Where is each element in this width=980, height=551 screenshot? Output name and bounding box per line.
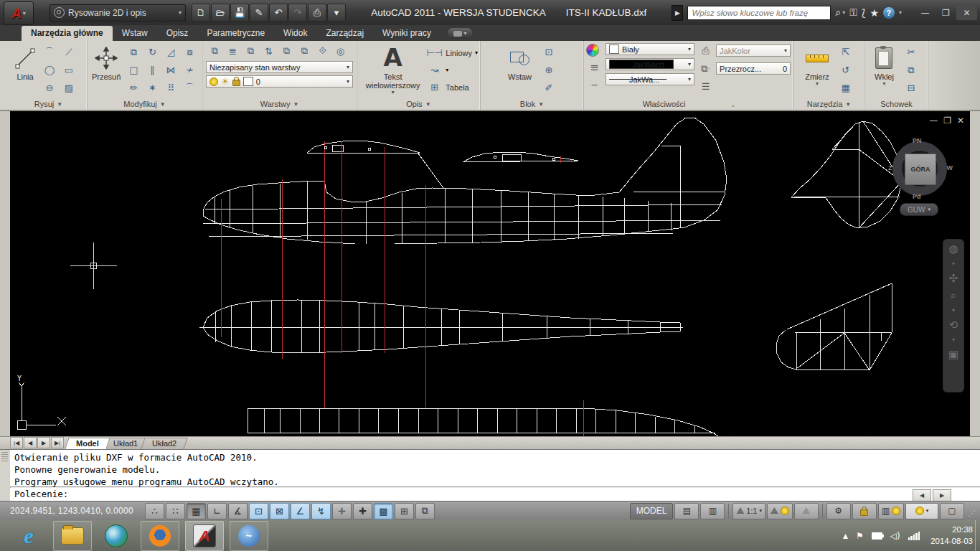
tab-narzedzia-glowne[interactable]: Narzędzia główne	[22, 26, 113, 41]
speaker-icon[interactable]: ◁)	[890, 531, 900, 541]
copy-clip-icon[interactable]: ⧉	[903, 62, 919, 77]
last-layout-button[interactable]: ▶|	[51, 437, 64, 448]
layer-dropdown[interactable]: ☀ 0▾	[206, 75, 353, 88]
linetype-dropdown[interactable]: JakWa...▾	[606, 73, 694, 85]
annotation-visibility-button[interactable]: ⟁	[767, 503, 793, 519]
redo-button[interactable]: ↷	[288, 4, 307, 22]
isolate-objects-button[interactable]: ▾	[905, 503, 938, 519]
star-icon[interactable]: ★	[870, 7, 879, 19]
pan-icon[interactable]: ✣	[949, 273, 958, 284]
quick-properties-toggle[interactable]: ⊞	[395, 503, 414, 519]
insert-block-button[interactable]: Wstaw	[506, 43, 534, 82]
new-file-button[interactable]: 🗋	[192, 4, 210, 22]
polyline-tool-icon[interactable]: ⟋	[61, 44, 77, 60]
orbit-dropdown-icon[interactable]: ▾	[952, 337, 955, 343]
layer-state-icon[interactable]: ≣	[225, 44, 241, 59]
line-button[interactable]: Linia	[12, 43, 38, 82]
show-desktop-button[interactable]	[975, 520, 980, 551]
panel-label-blok[interactable]: Blok▼	[481, 98, 583, 110]
chevron-down-icon[interactable]: ▾	[899, 9, 902, 16]
viewcube-east[interactable]: Z	[888, 164, 892, 171]
fillet-tool-icon[interactable]: ⌒	[182, 80, 198, 95]
tab-wstaw[interactable]: Wstaw	[113, 26, 157, 41]
panel-label-opis[interactable]: Opis▼	[357, 98, 480, 110]
mtext-button[interactable]: A Tekst wielowierszowy ▼	[359, 43, 426, 96]
resize-grip[interactable]: ⋰	[969, 509, 976, 517]
taskbar-internet-explorer[interactable]: e	[10, 522, 47, 550]
key-icon[interactable]: ⚿	[849, 6, 857, 19]
panel-label-narzedzia[interactable]: Narzędzia▼	[793, 98, 864, 110]
battery-icon[interactable]	[872, 532, 882, 540]
cut-icon[interactable]: ✂	[903, 44, 919, 60]
quick-view-drawings-button[interactable]: ▥	[700, 503, 725, 519]
first-layout-button[interactable]: |◀	[10, 437, 23, 448]
circle-tool-icon[interactable]: ◯	[42, 62, 58, 77]
leader-button[interactable]: ↝▾	[426, 62, 478, 77]
plot-button[interactable]: ⎙	[308, 4, 326, 22]
selection-cycling-toggle[interactable]: ⧉	[415, 503, 435, 519]
command-window-grip[interactable]	[0, 450, 11, 501]
dynamic-ucs-toggle[interactable]: ↯	[311, 503, 331, 519]
viewcube[interactable]: GÓRA PN W Pd Z	[890, 138, 950, 199]
snap-mode-toggle[interactable]: ∷	[166, 503, 185, 519]
drawing-canvas[interactable]: Y —❐✕ GÓRA PN W Pd Z GUW▾ ◍▾✣⌕▾⟲▾▣	[10, 111, 970, 436]
scale-tool-icon[interactable]: □	[126, 62, 142, 77]
linetype-list-icon[interactable]: ┄	[586, 77, 603, 93]
undo-button[interactable]: ↶	[269, 4, 288, 22]
zoom-icon[interactable]: ⌕	[951, 291, 956, 301]
action-center-flag-icon[interactable]: ⚑	[856, 531, 864, 541]
measure-button[interactable]: Zmierz ▼	[803, 43, 831, 88]
prev-layout-button[interactable]: ◀	[24, 437, 37, 448]
workspace-switch-button[interactable]: ⚙	[826, 503, 851, 519]
tab-uklad2[interactable]: Układ2	[141, 438, 187, 449]
layer-unisolate-icon[interactable]: ⇅	[260, 44, 277, 59]
transparency-input[interactable]: Przezrocz... 0	[716, 62, 791, 75]
taskbar-globe-app[interactable]	[98, 522, 135, 550]
taskbar-autocad[interactable]: A	[185, 521, 224, 551]
zoom-dropdown-icon[interactable]: ▾	[952, 308, 955, 314]
search-input[interactable]	[687, 6, 831, 20]
erase-tool-icon[interactable]: ✏	[126, 80, 142, 95]
taskbar-file-explorer[interactable]	[53, 521, 92, 551]
binoculars-icon[interactable]: ⌕▾	[835, 6, 845, 19]
lineweight-list-icon[interactable]: ≡	[586, 60, 603, 75]
scroll-right-button[interactable]: ▶	[933, 489, 951, 501]
plot-style-dropdown[interactable]: JakKolor▾	[716, 44, 791, 57]
command-prompt[interactable]: Polecenie:	[10, 488, 980, 501]
panel-label-schowek[interactable]: Schowek	[865, 98, 928, 110]
object-snap-toggle[interactable]: ⊡	[249, 503, 268, 519]
arc-tool-icon[interactable]: ⌒	[42, 44, 58, 60]
viewcube-top-face[interactable]: GÓRA	[905, 154, 936, 185]
showmotion-icon[interactable]: ▣	[948, 349, 958, 360]
transparency-icon[interactable]: ⧉▾	[697, 61, 714, 76]
network-signal-icon[interactable]	[908, 532, 920, 540]
help-icon[interactable]: ?	[883, 7, 895, 19]
panel-label-wlasciwosci[interactable]: Właściwości⌟	[584, 98, 793, 110]
search-go-button[interactable]: ▶	[672, 5, 683, 21]
array-tool-icon[interactable]: ⠿	[163, 80, 179, 95]
panel-label-warstwy[interactable]: Warstwy▼	[202, 98, 357, 110]
color-wheel-icon[interactable]	[586, 44, 599, 57]
explode-tool-icon[interactable]: ✶	[144, 80, 161, 95]
lineweight-toggle[interactable]: ✚	[353, 503, 372, 519]
paste-button[interactable]: Wklej ▼	[872, 43, 896, 88]
tab-model[interactable]: Model	[65, 438, 110, 449]
mirror-tool-icon[interactable]: ⋈	[163, 62, 179, 77]
panel-label-modyfikuj[interactable]: Modyfikuj▼	[88, 98, 202, 110]
select-similar-icon[interactable]: ↺	[837, 62, 854, 77]
tab-parametryczne[interactable]: Parametryczne	[197, 26, 274, 41]
maximize-button[interactable]: ❐	[936, 5, 956, 20]
auto-annotation-button[interactable]: ⟁	[794, 503, 819, 519]
next-layout-button[interactable]: ▶	[37, 437, 50, 448]
manage-attributes-icon[interactable]: ✐	[541, 80, 557, 95]
rotate-tool-icon[interactable]: ↻	[144, 44, 161, 60]
show-hidden-icons-button[interactable]: ▲	[843, 532, 848, 540]
layer-properties-icon[interactable]: ⧉	[207, 44, 223, 59]
ucs-selector-button[interactable]: GUW▾	[900, 203, 938, 216]
hatch-tool-icon[interactable]: ▨	[61, 80, 77, 95]
offset-tool-icon[interactable]: ∥	[144, 62, 161, 77]
viewcube-west[interactable]: W	[947, 164, 953, 171]
object-snap-tracking-toggle[interactable]: ∠	[291, 503, 310, 519]
layer-freeze-icon[interactable]: ⧉	[278, 44, 295, 59]
break-tool-icon[interactable]: ≁	[182, 62, 198, 77]
